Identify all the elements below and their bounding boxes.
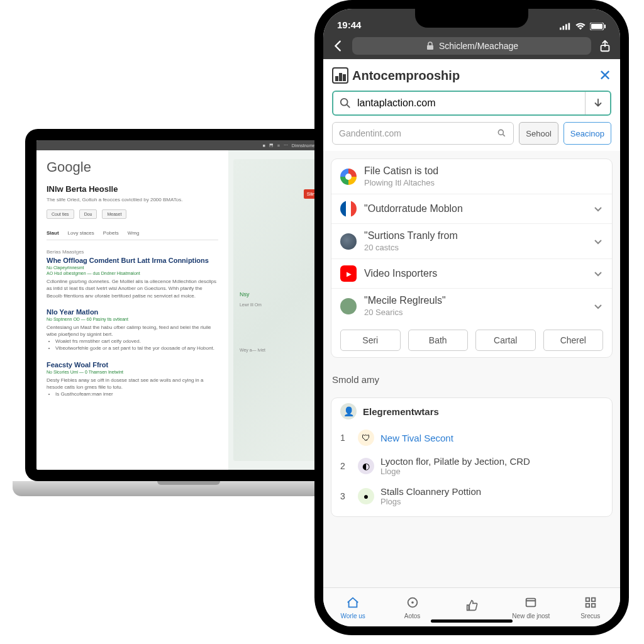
svg-point-10 [499,130,504,135]
wifi-icon [575,23,586,30]
trending-sub: Plogs [380,497,603,506]
svg-rect-3 [569,23,570,30]
laptop-chip-2[interactable]: Dou [79,209,97,219]
trending-row[interactable]: 3 ● Stalls Cloannery Pottion Plogs [331,481,612,511]
brand-name: Antocemprooship [352,69,460,83]
back-button[interactable] [331,38,346,53]
svg-rect-1 [563,26,565,30]
map-label-wy: Wey a— lviet [240,348,265,352]
chip-cartal[interactable]: Cartal [475,330,536,351]
suggestion-title: Video Insporters [364,268,586,279]
result-snippet-1: Cdlonline gssrbng donnetes. Ge Molliel a… [47,278,218,299]
suggestion-row[interactable]: Video Insporters [331,258,612,288]
laptop-chip-3[interactable]: Measet [102,209,126,219]
tab-srecus[interactable]: Srecus [561,596,620,619]
trending-row[interactable]: 1 🛡 New Tival Secont [331,425,612,451]
chevron-down-icon [593,204,603,214]
map-label-lb: Lewr lll Om [240,303,262,307]
tab-like[interactable] [442,599,501,616]
laptop-toolbar: ■⬒≡⋯Dinnstnome Illinas▭ [36,140,341,150]
laptop-tab-4[interactable]: Wmg [128,230,140,236]
trending-rank: 2 [340,461,352,471]
circle-icon [406,596,419,611]
share-button[interactable] [597,38,613,53]
svg-rect-13 [526,598,536,606]
result-url-1b: AO Hsd olbestgmen — dus Dndner Hisatmalo… [47,271,218,275]
laptop-subheading: The slife Orled, Gottoh a feocces covict… [47,196,218,203]
signal-icon [560,23,571,30]
google-logo: Google [47,159,218,175]
trending-rank: 3 [340,491,352,501]
search-input[interactable] [357,97,579,109]
grid-icon [584,596,597,611]
tab-label: Srecus [580,613,600,619]
suggestion-title: File Catisn is tod [364,165,603,177]
laptop-screen: ■⬒≡⋯Dinnstnome Illinas▭ Google INlw Bert… [25,129,352,481]
address-text: Schiclem/Meachage [439,41,518,51]
suggestions-card: File Catisn is tod Plowing Itl Altaches … [331,158,613,358]
svg-rect-15 [592,597,596,601]
chevron-down-icon [593,269,603,279]
laptop-heading: INlw Berta Heoslle [47,184,218,194]
result-url-1a: No Clapeyrinnesmt [47,265,218,270]
svg-point-9 [341,99,348,106]
svg-rect-7 [427,45,433,50]
laptop-chip-1[interactable]: Cout ties [47,209,74,219]
trending-row[interactable]: 2 ◐ Lyocton flor, Pilatle by Jection, CR… [331,451,612,481]
tab-aotos[interactable]: Aotos [382,596,441,619]
main-search[interactable] [332,91,611,116]
search-submit[interactable] [585,92,610,114]
laptop-tab-3[interactable]: Pobets [103,230,119,236]
result-title-2[interactable]: Nlo Year Matlon [47,308,218,316]
lock-icon [425,41,435,51]
trending-sub: Lloge [380,467,603,476]
suggestion-title: "Mecile Reglreuls" [364,295,586,306]
france-icon [340,201,357,217]
laptop-tab-2[interactable]: Lovy staces [68,230,94,236]
trending-card: 👤 Elegrementwtars 1 🛡 New Tival Secont 2… [331,397,613,517]
result-title-1[interactable]: Whe Offloag Comdent Burt Latt Irma Conni… [47,257,218,264]
svg-rect-6 [604,25,606,28]
laptop-base [13,481,365,496]
toolbar-button-school[interactable]: Sehool [519,122,558,145]
suggestion-row[interactable]: "Surtions Tranly from 20 castcs [331,223,612,258]
youtube-icon [340,265,357,282]
trending-header: 👤 Elegrementwtars [331,398,612,425]
suggestion-row[interactable]: "Mecile Reglreuls" 20 Searics [331,288,612,323]
chip-bath[interactable]: Bath [408,330,469,351]
secondary-search-placeholder: Gandentint.com [339,128,401,138]
tab-icon [524,596,538,611]
address-bar[interactable]: Schiclem/Meachage [352,37,591,55]
result-snippet-2: Centesiang un Mast the habu ofber calimp… [47,324,218,352]
globe-green-icon [340,298,357,314]
globe-grey-icon [340,233,357,250]
secondary-search[interactable]: Gandentint.com [332,122,514,145]
trending-section-label: Smold amy [323,365,620,390]
result-url-3: No Slcories Umi — 0 Thamsen Inetwint [47,370,218,374]
toolbar-button-seacinop[interactable]: Seacinop [564,122,611,145]
chip-seri[interactable]: Seri [340,330,401,351]
trending-title: New Tival Secont [380,433,603,443]
laptop-tab-1[interactable]: Slaut [47,230,59,236]
laptop-window: ■⬒≡⋯Dinnstnome Illinas▭ Google INlw Bert… [36,140,341,470]
browser-nav: Schiclem/Meachage [323,33,620,59]
suggestion-title: "Surtions Tranly from [364,230,586,242]
battery-icon [590,23,606,30]
svg-rect-0 [560,28,562,30]
phone-notch [415,9,528,28]
chevron-down-icon [593,301,603,311]
status-time: 19:44 [337,19,361,30]
tab-home[interactable]: Worle us [323,596,382,619]
suggestion-row[interactable]: File Catisn is tod Plowing Itl Altaches [331,159,612,194]
phone-device: 19:44 Schiclem/Meachage [314,0,629,635]
home-indicator[interactable] [431,619,513,623]
suggestion-row[interactable]: "Outdorratude Moblon [331,194,612,223]
result-url-2: No Ssptnenn OD — 60 Pasiny tis ovtieant [47,317,218,321]
suggestion-sub: 20 castcs [364,243,586,252]
close-button[interactable]: ✕ [599,67,611,84]
result-title-3[interactable]: Feacsty Woal Ffrot [47,361,218,369]
tab-new[interactable]: New dle jnost [501,596,560,619]
chip-cherel[interactable]: Cherel [543,330,604,351]
suggestion-sub: Plowing Itl Altaches [364,178,603,187]
svg-rect-5 [591,24,602,29]
